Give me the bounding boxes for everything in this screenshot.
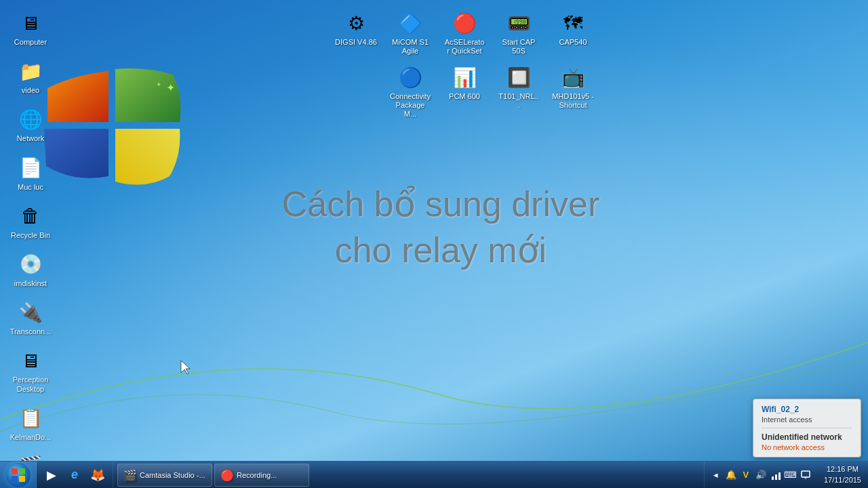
svg-rect-9 [19, 476, 25, 482]
acselerator-icon: 🔴 [451, 9, 478, 37]
network-divider [762, 428, 852, 428]
desktop-icon-t101nrl[interactable]: 🔲 T101_NRL... [495, 61, 542, 122]
svg-text:✦: ✦ [156, 81, 161, 88]
svg-text:✦: ✦ [166, 82, 175, 94]
network-label: Network [17, 134, 44, 143]
tray-arrow[interactable]: ◂ [710, 469, 722, 481]
desktop-icons-top-right-row2: 🔵 Connectivity Package M... 📊 PCM 600 🔲 … [387, 61, 597, 122]
desktop-icon-network[interactable]: 🌐 Network [7, 103, 54, 146]
mucluc-label: Muc luc [18, 183, 43, 192]
desktop-icon-computer[interactable]: 🖥 Computer [7, 7, 54, 49]
acselerator-label: AcSELerator QuickSet [443, 38, 486, 56]
desktop-icon-pcm600[interactable]: 📊 PCM 600 [441, 61, 488, 122]
clock-date: 17/11/2015 [824, 475, 861, 485]
desktop-icon-startcap[interactable]: 📟 Start CAP 50S [495, 7, 542, 58]
firefox-icon: 🦊 [90, 468, 105, 483]
desktop-icon-acselerator[interactable]: 🔴 AcSELerator QuickSet [441, 7, 488, 58]
recording-taskbar-app[interactable]: 🔴 Recording... [214, 464, 309, 487]
perception-label: Perception Desktop [9, 375, 52, 393]
firefox-button[interactable]: 🦊 [87, 464, 108, 486]
desktop-icon-connectivity[interactable]: 🔵 Connectivity Package M... [387, 61, 434, 122]
tray-v-icon[interactable]: V [740, 469, 752, 481]
network-tooltip: Wifi_02_2 Internet access Unidentified n… [753, 399, 861, 458]
desktop-icon-mucluc[interactable]: 📄 Muc luc [7, 152, 54, 195]
startcap-label: Start CAP 50S [498, 38, 540, 56]
camtasia-app-icon: 🎬 [123, 469, 136, 481]
perception-icon: 🖥 [17, 347, 44, 374]
ie-button[interactable]: e [64, 464, 85, 486]
network-status2: No network access [762, 443, 852, 451]
svg-rect-7 [19, 468, 25, 474]
mhd101-icon: 📺 [559, 64, 587, 91]
taskbar-apps: 🎬 Camtasia Studio -... 🔴 Recording... [113, 462, 704, 488]
title-text: Cách bổ sung drivercho relay mới [282, 184, 599, 270]
desktop-icon-cap540[interactable]: 🗺 CAP540 [549, 7, 597, 58]
tray-notification[interactable]: 🔔 [725, 469, 737, 481]
title-overlay: Cách bổ sung drivercho relay mới [251, 182, 631, 273]
desktop-icon-kelmandoc[interactable]: 📋 KelmanDo... [7, 402, 54, 445]
t101nrl-label: T101_NRL... [498, 92, 540, 110]
video-folder-icon: 📁 [17, 58, 44, 85]
desktop-icon-recycle[interactable]: 🗑 Recycle Bin [7, 200, 54, 243]
svg-rect-11 [775, 474, 777, 480]
network-name2: Unidentified network [762, 432, 852, 442]
kelmandoc-icon: 📋 [17, 405, 44, 432]
cap540-icon: 🗺 [559, 9, 587, 37]
transconn-label: Transconn... [10, 327, 52, 336]
desktop-icon-perception[interactable]: 🖥 Perception Desktop [7, 344, 54, 396]
camtasia-taskbar-app[interactable]: 🎬 Camtasia Studio -... [117, 464, 212, 487]
t101nrl-icon: 🔲 [505, 64, 532, 91]
svg-text:✦: ✦ [175, 129, 180, 136]
desktop-icon-digsi[interactable]: ⚙ DIGSI V4.86 [332, 7, 380, 58]
media-player-icon: ▶ [47, 468, 56, 483]
desktop-icon-mhd101[interactable]: 📺 MHD101v5 - Shortcut [549, 61, 597, 122]
svg-rect-12 [778, 472, 781, 480]
startcap-icon: 📟 [505, 9, 532, 37]
micom-label: MiCOM S1 Agile [389, 38, 431, 56]
ie-icon: e [71, 468, 78, 482]
computer-icon: 🖥 [17, 9, 44, 37]
mhd101-label: MHD101v5 - Shortcut [552, 92, 594, 110]
media-player-button[interactable]: ▶ [41, 464, 62, 486]
desktop-icon-micom[interactable]: 🔷 MiCOM S1 Agile [387, 7, 434, 58]
recycle-bin-icon: 🗑 [17, 203, 44, 230]
taskbar-quick-launch: ▶ e 🦊 [37, 462, 113, 488]
pcm600-icon: 📊 [451, 64, 478, 91]
network-status1: Internet access [762, 415, 852, 424]
desktop-icon-transconn[interactable]: 🔌 Transconn... [7, 296, 54, 339]
desktop-icon-video[interactable]: 📁 video [7, 55, 54, 98]
digsi-icon: ⚙ [342, 9, 370, 37]
desktop-icons-left: 🖥 Computer 📁 video 🌐 Network 📄 Muc luc 🗑… [7, 7, 54, 488]
desktop-icons-top-right-row1: ⚙ DIGSI V4.86 🔷 MiCOM S1 Agile 🔴 AcSELer… [332, 7, 597, 58]
pcm600-label: PCM 600 [449, 92, 480, 101]
network-name1: Wifi_02_2 [762, 405, 852, 414]
tray-speaker[interactable]: 🔊 [755, 469, 767, 481]
tray-action-center[interactable] [800, 469, 812, 481]
windows-start-icon [11, 468, 26, 483]
digsi-label: DIGSI V4.86 [335, 38, 377, 47]
recording-app-icon: 🔴 [220, 469, 233, 481]
cap540-label: CAP540 [559, 38, 587, 47]
svg-rect-6 [12, 468, 18, 474]
taskbar: ▶ e 🦊 🎬 Camtasia Studio -... 🔴 Recording… [0, 461, 868, 488]
kelmandoc-label: KelmanDo... [10, 433, 52, 442]
connectivity-icon: 🔵 [397, 64, 424, 91]
tray-keyboard[interactable]: ⌨ [785, 469, 797, 481]
mucluc-icon: 📄 [17, 155, 44, 182]
imdiskinst-label: imdiskinst [14, 279, 47, 288]
tray-network[interactable] [770, 469, 782, 481]
system-tray: ◂ 🔔 V 🔊 ⌨ [704, 462, 817, 488]
svg-rect-8 [12, 476, 18, 482]
desktop-icon-imdiskinst[interactable]: 💿 imdiskinst [7, 248, 54, 291]
recording-app-label: Recording... [237, 471, 277, 479]
micom-icon: 🔷 [397, 9, 424, 37]
svg-rect-10 [772, 476, 774, 480]
connectivity-label: Connectivity Package M... [389, 92, 431, 119]
imdiskinst-icon: 💿 [17, 251, 44, 278]
clock-time: 12:16 PM [827, 464, 859, 474]
start-orb [6, 463, 31, 487]
taskbar-clock[interactable]: 12:16 PM 17/11/2015 [817, 462, 868, 488]
start-button[interactable] [0, 462, 37, 489]
video-label: video [22, 86, 39, 95]
computer-label: Computer [14, 38, 47, 47]
